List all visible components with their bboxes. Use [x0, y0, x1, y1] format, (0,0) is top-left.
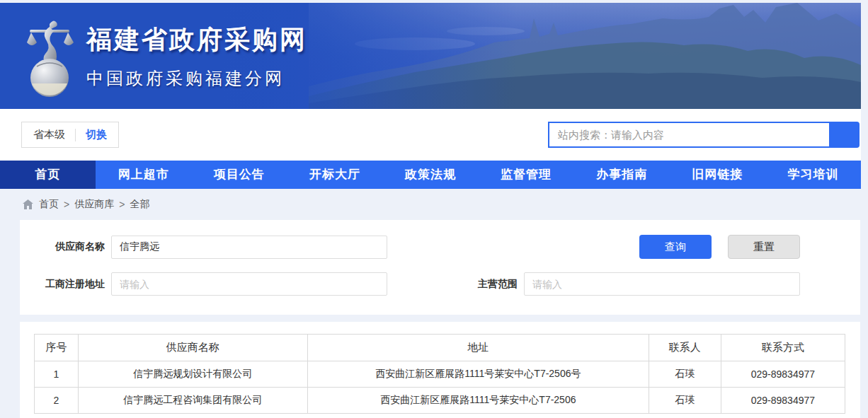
breadcrumb-separator: > — [64, 199, 69, 210]
site-title: 福建省政府采购网 — [86, 23, 307, 57]
top-utility-bar: 省本级 切换 — [0, 109, 861, 161]
cell-contact-person: 石瑛 — [649, 388, 721, 414]
site-subtitle: 中国政府采购福建分网 — [86, 67, 307, 90]
main-nav: 首页 网上超市 项目公告 开标大厅 政策法规 监督管理 办事指南 旧网链接 学习… — [0, 161, 861, 189]
registered-address-label: 工商注册地址 — [20, 278, 105, 291]
main-business-scope-input[interactable] — [524, 272, 800, 296]
region-separator — [75, 129, 76, 141]
supplier-results-panel: 序号 供应商名称 地址 联系人 联系方式 1 信宇腾远规划设计有限公司 西安曲江… — [20, 322, 860, 418]
table-row: 2 信宇腾远工程咨询集团有限公司 西安曲江新区雁展路1111号莱安中心T7-25… — [35, 388, 845, 414]
home-icon — [23, 199, 33, 209]
main-business-scope-label: 主营范围 — [433, 278, 518, 291]
cell-address: 西安曲江新区雁展路1111号莱安中心T7-2506号 — [307, 361, 649, 388]
site-search-input[interactable] — [548, 122, 829, 148]
cell-contact-phone: 029-89834977 — [721, 388, 845, 414]
cell-supplier-name: 信宇腾远工程咨询集团有限公司 — [78, 388, 307, 414]
nav-item-home[interactable]: 首页 — [0, 161, 96, 189]
supplier-filter-panel: 供应商名称 查询 重置 工商注册地址 主营范围 — [20, 220, 860, 315]
page-content: 福建省政府采购网 中国政府采购福建分网 省本级 切换 首页 网上超市 项目公告 … — [0, 3, 861, 418]
reset-button[interactable]: 重置 — [728, 235, 800, 259]
cell-index: 1 — [35, 361, 79, 388]
table-header-row: 序号 供应商名称 地址 联系人 联系方式 — [35, 335, 845, 361]
registered-address-input[interactable] — [111, 272, 387, 296]
nav-item-supervision[interactable]: 监督管理 — [479, 161, 574, 189]
nav-item-project-announcements[interactable]: 项目公告 — [191, 161, 287, 189]
breadcrumb-supplier-database[interactable]: 供应商库 — [74, 198, 114, 211]
col-header-contact-person: 联系人 — [649, 335, 721, 361]
nav-item-online-mall[interactable]: 网上超市 — [96, 161, 191, 189]
nav-item-policies-regulations[interactable]: 政策法规 — [382, 161, 478, 189]
supplier-results-table: 序号 供应商名称 地址 联系人 联系方式 1 信宇腾远规划设计有限公司 西安曲江… — [34, 334, 845, 414]
col-header-contact-phone: 联系方式 — [721, 335, 845, 361]
cell-contact-phone: 029-89834977 — [721, 361, 845, 388]
nav-item-old-site-link[interactable]: 旧网链接 — [670, 161, 765, 189]
breadcrumb: 首页 > 供应商库 > 全部 — [0, 189, 861, 220]
table-row: 1 信宇腾远规划设计有限公司 西安曲江新区雁展路1111号莱安中心T7-2506… — [35, 361, 845, 388]
cell-contact-person: 石瑛 — [649, 361, 721, 388]
breadcrumb-home[interactable]: 首页 — [39, 198, 59, 211]
region-selector: 省本级 切换 — [21, 122, 119, 148]
nav-item-bid-opening-hall[interactable]: 开标大厅 — [287, 161, 382, 189]
query-button[interactable]: 查询 — [639, 235, 712, 259]
supplier-name-label: 供应商名称 — [20, 240, 105, 253]
breadcrumb-separator: > — [119, 199, 125, 210]
cell-supplier-name: 信宇腾远规划设计有限公司 — [78, 361, 307, 388]
site-search-button[interactable] — [829, 122, 860, 148]
site-banner: 福建省政府采购网 中国政府采购福建分网 — [0, 3, 861, 109]
breadcrumb-all[interactable]: 全部 — [130, 198, 149, 211]
region-switch-link[interactable]: 切换 — [86, 128, 107, 141]
nav-item-service-guide[interactable]: 办事指南 — [574, 161, 670, 189]
cell-address: 西安曲江新区雁展路1111号莱安中心T7-2506 — [307, 388, 649, 414]
col-header-address: 地址 — [307, 335, 649, 361]
nav-item-training[interactable]: 学习培训 — [765, 161, 861, 189]
site-search — [548, 122, 860, 148]
region-label: 省本级 — [33, 128, 65, 141]
cell-index: 2 — [35, 388, 79, 414]
supplier-name-input[interactable] — [111, 236, 387, 259]
scales-on-globe-logo-icon — [23, 14, 76, 99]
col-header-supplier-name: 供应商名称 — [78, 335, 307, 361]
col-header-index: 序号 — [35, 335, 79, 361]
